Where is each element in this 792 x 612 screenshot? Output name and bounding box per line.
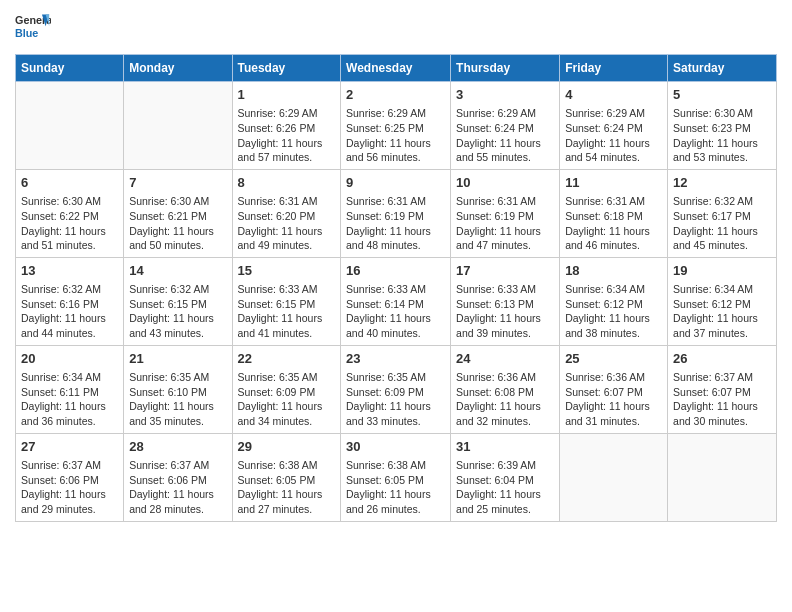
cell-content: Sunrise: 6:34 AM Sunset: 6:12 PM Dayligh…: [673, 282, 771, 341]
day-number: 20: [21, 350, 118, 368]
svg-text:Blue: Blue: [15, 27, 38, 39]
cell-content: Sunrise: 6:34 AM Sunset: 6:12 PM Dayligh…: [565, 282, 662, 341]
day-number: 17: [456, 262, 554, 280]
day-number: 2: [346, 86, 445, 104]
cell-4-6: 25Sunrise: 6:36 AM Sunset: 6:07 PM Dayli…: [560, 345, 668, 433]
cell-5-2: 28Sunrise: 6:37 AM Sunset: 6:06 PM Dayli…: [124, 433, 232, 521]
cell-4-3: 22Sunrise: 6:35 AM Sunset: 6:09 PM Dayli…: [232, 345, 341, 433]
logo-icon: GeneralBlue: [15, 10, 51, 46]
cell-content: Sunrise: 6:32 AM Sunset: 6:16 PM Dayligh…: [21, 282, 118, 341]
day-number: 9: [346, 174, 445, 192]
day-number: 15: [238, 262, 336, 280]
cell-3-5: 17Sunrise: 6:33 AM Sunset: 6:13 PM Dayli…: [451, 257, 560, 345]
cell-2-3: 8Sunrise: 6:31 AM Sunset: 6:20 PM Daylig…: [232, 169, 341, 257]
day-number: 4: [565, 86, 662, 104]
day-number: 26: [673, 350, 771, 368]
day-number: 7: [129, 174, 226, 192]
header-wednesday: Wednesday: [341, 55, 451, 82]
cell-content: Sunrise: 6:34 AM Sunset: 6:11 PM Dayligh…: [21, 370, 118, 429]
day-number: 31: [456, 438, 554, 456]
cell-2-1: 6Sunrise: 6:30 AM Sunset: 6:22 PM Daylig…: [16, 169, 124, 257]
cell-1-3: 1Sunrise: 6:29 AM Sunset: 6:26 PM Daylig…: [232, 82, 341, 170]
day-number: 8: [238, 174, 336, 192]
cell-content: Sunrise: 6:39 AM Sunset: 6:04 PM Dayligh…: [456, 458, 554, 517]
cell-content: Sunrise: 6:29 AM Sunset: 6:24 PM Dayligh…: [565, 106, 662, 165]
cell-5-3: 29Sunrise: 6:38 AM Sunset: 6:05 PM Dayli…: [232, 433, 341, 521]
cell-content: Sunrise: 6:35 AM Sunset: 6:09 PM Dayligh…: [346, 370, 445, 429]
cell-1-2: [124, 82, 232, 170]
header-sunday: Sunday: [16, 55, 124, 82]
cell-content: Sunrise: 6:32 AM Sunset: 6:15 PM Dayligh…: [129, 282, 226, 341]
cell-4-2: 21Sunrise: 6:35 AM Sunset: 6:10 PM Dayli…: [124, 345, 232, 433]
day-number: 6: [21, 174, 118, 192]
cell-content: Sunrise: 6:31 AM Sunset: 6:20 PM Dayligh…: [238, 194, 336, 253]
day-number: 14: [129, 262, 226, 280]
day-number: 28: [129, 438, 226, 456]
cell-content: Sunrise: 6:33 AM Sunset: 6:15 PM Dayligh…: [238, 282, 336, 341]
cell-5-1: 27Sunrise: 6:37 AM Sunset: 6:06 PM Dayli…: [16, 433, 124, 521]
cell-content: Sunrise: 6:31 AM Sunset: 6:18 PM Dayligh…: [565, 194, 662, 253]
day-number: 16: [346, 262, 445, 280]
cell-content: Sunrise: 6:37 AM Sunset: 6:07 PM Dayligh…: [673, 370, 771, 429]
cell-5-6: [560, 433, 668, 521]
cell-1-4: 2Sunrise: 6:29 AM Sunset: 6:25 PM Daylig…: [341, 82, 451, 170]
calendar-table: SundayMondayTuesdayWednesdayThursdayFrid…: [15, 54, 777, 522]
cell-content: Sunrise: 6:29 AM Sunset: 6:25 PM Dayligh…: [346, 106, 445, 165]
cell-5-5: 31Sunrise: 6:39 AM Sunset: 6:04 PM Dayli…: [451, 433, 560, 521]
cell-1-5: 3Sunrise: 6:29 AM Sunset: 6:24 PM Daylig…: [451, 82, 560, 170]
day-number: 1: [238, 86, 336, 104]
cell-5-4: 30Sunrise: 6:38 AM Sunset: 6:05 PM Dayli…: [341, 433, 451, 521]
week-row-3: 13Sunrise: 6:32 AM Sunset: 6:16 PM Dayli…: [16, 257, 777, 345]
day-number: 13: [21, 262, 118, 280]
cell-content: Sunrise: 6:30 AM Sunset: 6:21 PM Dayligh…: [129, 194, 226, 253]
cell-3-1: 13Sunrise: 6:32 AM Sunset: 6:16 PM Dayli…: [16, 257, 124, 345]
cell-content: Sunrise: 6:37 AM Sunset: 6:06 PM Dayligh…: [129, 458, 226, 517]
day-number: 22: [238, 350, 336, 368]
cell-3-7: 19Sunrise: 6:34 AM Sunset: 6:12 PM Dayli…: [668, 257, 777, 345]
cell-1-7: 5Sunrise: 6:30 AM Sunset: 6:23 PM Daylig…: [668, 82, 777, 170]
day-number: 25: [565, 350, 662, 368]
cell-2-4: 9Sunrise: 6:31 AM Sunset: 6:19 PM Daylig…: [341, 169, 451, 257]
cell-content: Sunrise: 6:29 AM Sunset: 6:26 PM Dayligh…: [238, 106, 336, 165]
cell-content: Sunrise: 6:36 AM Sunset: 6:07 PM Dayligh…: [565, 370, 662, 429]
week-row-1: 1Sunrise: 6:29 AM Sunset: 6:26 PM Daylig…: [16, 82, 777, 170]
cell-content: Sunrise: 6:33 AM Sunset: 6:13 PM Dayligh…: [456, 282, 554, 341]
header-tuesday: Tuesday: [232, 55, 341, 82]
day-number: 11: [565, 174, 662, 192]
cell-4-4: 23Sunrise: 6:35 AM Sunset: 6:09 PM Dayli…: [341, 345, 451, 433]
cell-3-4: 16Sunrise: 6:33 AM Sunset: 6:14 PM Dayli…: [341, 257, 451, 345]
header-thursday: Thursday: [451, 55, 560, 82]
cell-1-6: 4Sunrise: 6:29 AM Sunset: 6:24 PM Daylig…: [560, 82, 668, 170]
cell-2-6: 11Sunrise: 6:31 AM Sunset: 6:18 PM Dayli…: [560, 169, 668, 257]
day-number: 24: [456, 350, 554, 368]
cell-content: Sunrise: 6:35 AM Sunset: 6:10 PM Dayligh…: [129, 370, 226, 429]
cell-content: Sunrise: 6:37 AM Sunset: 6:06 PM Dayligh…: [21, 458, 118, 517]
cell-content: Sunrise: 6:30 AM Sunset: 6:23 PM Dayligh…: [673, 106, 771, 165]
cell-content: Sunrise: 6:30 AM Sunset: 6:22 PM Dayligh…: [21, 194, 118, 253]
cell-3-3: 15Sunrise: 6:33 AM Sunset: 6:15 PM Dayli…: [232, 257, 341, 345]
header-friday: Friday: [560, 55, 668, 82]
cell-3-6: 18Sunrise: 6:34 AM Sunset: 6:12 PM Dayli…: [560, 257, 668, 345]
day-number: 30: [346, 438, 445, 456]
day-number: 29: [238, 438, 336, 456]
week-row-5: 27Sunrise: 6:37 AM Sunset: 6:06 PM Dayli…: [16, 433, 777, 521]
header-monday: Monday: [124, 55, 232, 82]
cell-3-2: 14Sunrise: 6:32 AM Sunset: 6:15 PM Dayli…: [124, 257, 232, 345]
cell-content: Sunrise: 6:29 AM Sunset: 6:24 PM Dayligh…: [456, 106, 554, 165]
cell-content: Sunrise: 6:31 AM Sunset: 6:19 PM Dayligh…: [346, 194, 445, 253]
cell-4-5: 24Sunrise: 6:36 AM Sunset: 6:08 PM Dayli…: [451, 345, 560, 433]
day-number: 19: [673, 262, 771, 280]
page-container: GeneralBlue SundayMondayTuesdayWednesday…: [0, 0, 792, 532]
day-number: 10: [456, 174, 554, 192]
day-number: 27: [21, 438, 118, 456]
day-number: 3: [456, 86, 554, 104]
cell-content: Sunrise: 6:35 AM Sunset: 6:09 PM Dayligh…: [238, 370, 336, 429]
week-row-4: 20Sunrise: 6:34 AM Sunset: 6:11 PM Dayli…: [16, 345, 777, 433]
day-number: 21: [129, 350, 226, 368]
cell-content: Sunrise: 6:36 AM Sunset: 6:08 PM Dayligh…: [456, 370, 554, 429]
cell-4-1: 20Sunrise: 6:34 AM Sunset: 6:11 PM Dayli…: [16, 345, 124, 433]
cell-5-7: [668, 433, 777, 521]
cell-2-7: 12Sunrise: 6:32 AM Sunset: 6:17 PM Dayli…: [668, 169, 777, 257]
header-row: SundayMondayTuesdayWednesdayThursdayFrid…: [16, 55, 777, 82]
day-number: 5: [673, 86, 771, 104]
